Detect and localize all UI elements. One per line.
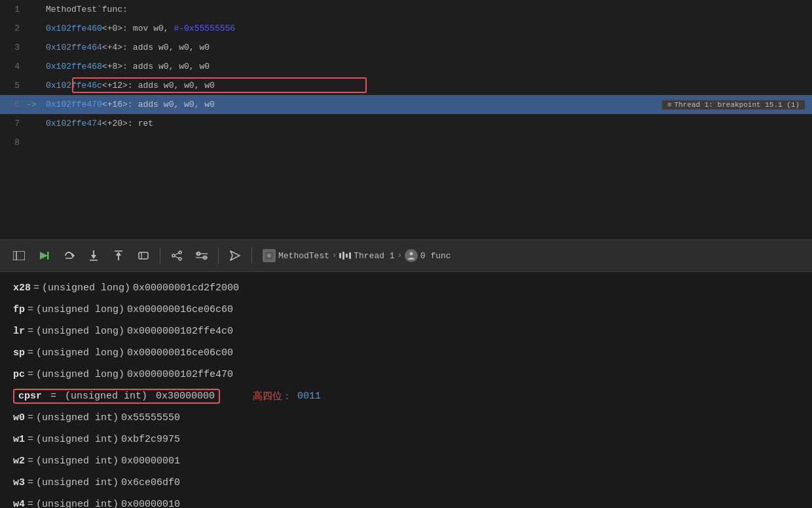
step-over-button[interactable] — [58, 244, 80, 267]
reg-type: (unsigned long) — [36, 369, 124, 380]
svg-point-15 — [179, 251, 181, 254]
reg-eq: = — [28, 434, 33, 445]
reg-value: 0x55555550 — [121, 412, 180, 423]
line-content: 0x102ffe468 <+8>:adds w0, w0, w0 — [46, 62, 812, 71]
step-inst-button[interactable] — [132, 244, 155, 267]
line-content: 0x102ffe460 <+0>:mov w0, #-0x55555556 — [46, 24, 812, 33]
chevron-2: › — [397, 251, 402, 260]
register-row: w1 = (unsigned int) 0xbf2c9975 — [13, 429, 799, 450]
code-row: 20x102ffe460 <+0>:mov w0, #-0x55555556 — [0, 19, 812, 38]
instr-operands: w0, w0, w0 — [164, 81, 215, 90]
reg-eq: = — [28, 326, 33, 337]
reg-value: 0x0000000102ffe470 — [127, 369, 233, 380]
high-bits-label: 高四位： — [253, 390, 292, 402]
code-row: 30x102ffe464 <+4>:adds w0, w0, w0 — [0, 38, 812, 57]
line-number: 7 — [0, 119, 26, 128]
reg-type: (unsigned int) — [36, 499, 119, 508]
reg-eq: = — [28, 456, 33, 467]
svg-line-18 — [175, 256, 179, 258]
breadcrumb-func: 0 func — [420, 251, 451, 261]
divider-3 — [251, 248, 252, 264]
line-number: 4 — [0, 62, 26, 71]
reg-value: 0x00000001cd2f2000 — [133, 283, 239, 294]
register-row: pc = (unsigned long) 0x0000000102ffe470 — [13, 364, 799, 385]
reg-value: 0x00000010 — [121, 499, 180, 508]
svg-point-16 — [179, 258, 181, 260]
register-row: w0 = (unsigned int) 0x55555550 — [13, 407, 799, 429]
instr-mnemonic: adds — [133, 62, 153, 71]
bars-icon: ≡ — [667, 101, 672, 109]
instr-addr: 0x102ffe464 — [46, 43, 102, 52]
line-content: 0x102ffe46c <+12>:adds w0, w0, w0 — [46, 81, 812, 90]
step-out-button[interactable] — [107, 244, 130, 267]
code-area: 1MethodTest`func:20x102ffe460 <+0>:mov w… — [0, 0, 812, 239]
line-number: 3 — [0, 43, 26, 52]
svg-marker-23 — [231, 251, 240, 260]
line-content: 0x102ffe470 <+16>:adds w0, w0, w0 — [46, 100, 661, 109]
instr-offset: <+4>: — [102, 43, 128, 52]
divider-2 — [218, 248, 219, 264]
svg-marker-7 — [91, 255, 96, 259]
svg-point-25 — [267, 254, 271, 258]
code-row: 70x102ffe474 <+20>:ret — [0, 114, 812, 133]
reg-name: sp — [13, 347, 25, 359]
instr-addr: 0x102ffe474 — [46, 119, 102, 128]
reg-type: (unsigned int) — [36, 456, 119, 467]
register-row: lr = (unsigned long) 0x0000000102ffe4c0 — [13, 321, 799, 342]
share-button[interactable] — [166, 244, 188, 267]
line-number: 6 — [0, 100, 26, 109]
reg-name: x28 — [13, 283, 31, 294]
line-content: MethodTest`func: — [46, 5, 812, 14]
app-icon — [263, 249, 276, 262]
instr-operands: w0, #-0x55555556 — [153, 24, 235, 33]
register-row: fp = (unsigned long) 0x000000016ce06c60 — [13, 299, 799, 321]
reg-name: pc — [13, 369, 25, 380]
svg-marker-10 — [116, 252, 121, 256]
code-row: 8 — [0, 133, 812, 152]
svg-rect-0 — [13, 251, 25, 260]
breadcrumb-app: MethodTest — [278, 251, 329, 261]
reg-type: (unsigned long) — [36, 304, 124, 315]
continue-button[interactable] — [33, 244, 55, 267]
svg-point-14 — [172, 254, 175, 257]
reg-name: w0 — [13, 412, 25, 423]
code-row: 50x102ffe46c <+12>:adds w0, w0, w0 — [0, 76, 812, 95]
reg-eq: = — [45, 391, 62, 402]
reg-type: (unsigned int) — [36, 477, 119, 488]
debug-options-button[interactable] — [191, 244, 213, 267]
reg-type: (unsigned int) — [65, 391, 153, 402]
divider-1 — [160, 248, 160, 264]
breadcrumb-thread: Thread 1 — [354, 251, 394, 261]
person-icon — [405, 249, 418, 262]
func-label: MethodTest`func: — [46, 5, 128, 14]
reg-eq: = — [28, 477, 33, 488]
svg-rect-3 — [47, 252, 49, 260]
reg-eq: = — [28, 304, 33, 315]
reg-type: (unsigned long) — [36, 326, 124, 337]
reg-eq: = — [28, 499, 33, 508]
badge-text: Thread 1: breakpoint 15.1 (1) — [674, 101, 800, 109]
register-row: cpsr = (unsigned int) 0x30000000高四位：0011 — [13, 385, 799, 407]
reg-eq: = — [28, 347, 33, 359]
reg-value: 0x000000016ce06c60 — [127, 304, 233, 315]
instr-offset: <+0>: — [102, 24, 128, 33]
register-row: w4 = (unsigned int) 0x00000010 — [13, 494, 799, 508]
instr-addr: 0x102ffe470 — [46, 100, 102, 109]
instr-offset: <+20>: — [102, 119, 133, 128]
instr-mnemonic: adds — [138, 100, 158, 109]
instr-operands: w0, w0, w0 — [164, 100, 215, 109]
reg-eq: = — [28, 369, 33, 380]
line-number: 5 — [0, 81, 26, 90]
hide-panel-button[interactable] — [8, 244, 30, 267]
imm-value: #-0x55555556 — [174, 24, 235, 33]
reg-value: 0x6ce06df0 — [121, 477, 180, 488]
chevron-1: › — [332, 251, 337, 260]
code-row: 40x102ffe468 <+8>:adds w0, w0, w0 — [0, 57, 812, 76]
reg-name: cpsr — [18, 391, 42, 402]
step-into-button[interactable] — [83, 244, 105, 267]
code-row: 1MethodTest`func: — [0, 0, 812, 19]
reg-value: 0x000000016ce06c00 — [127, 347, 233, 359]
instr-operands: w0, w0, w0 — [158, 43, 210, 52]
high-bits-value: 0011 — [297, 391, 321, 402]
send-button[interactable] — [224, 244, 246, 267]
